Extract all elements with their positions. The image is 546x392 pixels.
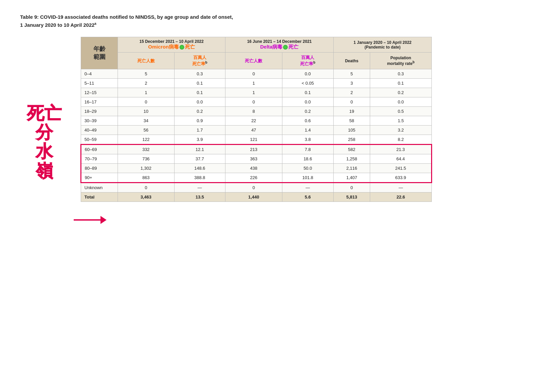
annotation-label: 死亡分水嶺	[27, 104, 62, 180]
table-cell: 3	[334, 79, 370, 88]
table-cell: 90+	[81, 173, 118, 183]
table-cell: 22	[225, 116, 282, 126]
table-cell: 0	[225, 183, 282, 192]
table-cell: 388.8	[174, 173, 225, 183]
omicron-label: Omicron病毒死亡	[121, 44, 222, 50]
table-cell: 12.1	[174, 145, 225, 154]
table-cell: 0.0	[370, 97, 431, 107]
table-cell: 863	[118, 173, 175, 183]
table-cell: 0	[225, 69, 282, 79]
table-cell: 10	[118, 107, 175, 116]
table-cell: Unknown	[81, 183, 118, 192]
table-cell: 3.8	[282, 135, 333, 145]
table-cell: 8.2	[370, 135, 431, 145]
omicron-rate-subheader: 百萬人死亡率b	[174, 53, 225, 69]
table-cell: 70–79	[81, 154, 118, 164]
table-cell: 0.3	[174, 69, 225, 79]
table-cell: 1,407	[334, 173, 370, 183]
table-cell: 213	[225, 145, 282, 154]
table-cell: 3,463	[118, 192, 175, 202]
table-cell: —	[370, 183, 431, 192]
table-cell: 1	[225, 79, 282, 88]
table-cell: Total	[81, 192, 118, 202]
table-cell: 241.5	[370, 164, 431, 173]
delta-deaths-subheader: 死亡人數	[225, 53, 282, 69]
table-cell: 21.3	[370, 145, 431, 154]
table-cell: 736	[118, 154, 175, 164]
table-cell: 2	[334, 88, 370, 97]
table-cell: 582	[334, 145, 370, 154]
table-cell: 3.9	[174, 135, 225, 145]
table-cell: 332	[118, 145, 175, 154]
table-cell: 1.5	[370, 116, 431, 126]
table-cell: 13.5	[174, 192, 225, 202]
table-cell: 0	[334, 183, 370, 192]
table-cell: 0.1	[174, 88, 225, 97]
table-cell: 0	[118, 183, 175, 192]
table-cell: 22.6	[370, 192, 431, 202]
table-cell: 47	[225, 126, 282, 135]
table-cell: 1.7	[174, 126, 225, 135]
table-cell: 5.6	[282, 192, 333, 202]
table-cell: 122	[118, 135, 175, 145]
table-cell: 60–69	[81, 145, 118, 154]
table-cell: 50.0	[282, 164, 333, 173]
omicron-period-header: 15 December 2021 – 10 April 2022 Omicron…	[118, 37, 225, 53]
table-cell: 16–17	[81, 97, 118, 107]
table-cell: 0.0	[282, 97, 333, 107]
table-cell: 1	[225, 88, 282, 97]
table-cell: —	[282, 183, 333, 192]
table-cell: 0–4	[81, 69, 118, 79]
table-cell: 363	[225, 154, 282, 164]
delta-rate-subheader: 百萬人死亡率b	[282, 53, 333, 69]
table-cell: 1,440	[225, 192, 282, 202]
table-cell: 18.6	[282, 154, 333, 164]
table-cell: 258	[334, 135, 370, 145]
table-cell: 12–15	[81, 88, 118, 97]
table-cell: 30–39	[81, 116, 118, 126]
age-group-header: 年齡範圍	[81, 37, 118, 69]
table-cell: < 0.05	[282, 79, 333, 88]
table-cell: 7.8	[282, 145, 333, 154]
table-cell: 0	[334, 97, 370, 107]
table-cell: 148.6	[174, 164, 225, 173]
table-cell: 3.2	[370, 126, 431, 135]
table-cell: 64.4	[370, 154, 431, 164]
table-cell: 40–49	[81, 126, 118, 135]
table-cell: 101.8	[282, 173, 333, 183]
table-wrapper: 死亡分水嶺 年齡範圍 15 December 2021 – 10 April 2…	[80, 37, 526, 202]
table-cell: 105	[334, 126, 370, 135]
table-cell: 438	[225, 164, 282, 173]
table-cell: 1,302	[118, 164, 175, 173]
table-cell: 0.2	[174, 107, 225, 116]
pandemic-deaths-subheader: Deaths	[334, 53, 370, 69]
table-cell: 5	[118, 69, 175, 79]
table-cell: 0.2	[370, 88, 431, 97]
omicron-deaths-subheader: 死亡人數	[118, 53, 175, 69]
table-cell: 0.1	[282, 88, 333, 97]
delta-period-header: 16 June 2021 – 14 December 2021 Delta病毒死…	[225, 37, 334, 53]
table-cell: 34	[118, 116, 175, 126]
table-cell: 0.2	[282, 107, 333, 116]
table-cell: 633.9	[370, 173, 431, 183]
table-cell: 2,116	[334, 164, 370, 173]
delta-label: Delta病毒死亡	[229, 44, 330, 50]
page-title: Table 9: COVID-19 associated deaths noti…	[20, 13, 322, 29]
table-cell: 0.1	[174, 79, 225, 88]
table-cell: 0.5	[370, 107, 431, 116]
table-cell: 0.3	[370, 69, 431, 79]
table-cell: 80–89	[81, 164, 118, 173]
table-cell: 1	[118, 88, 175, 97]
table-cell: 5	[334, 69, 370, 79]
table-cell: 0.0	[282, 69, 333, 79]
table-cell: 0.6	[282, 116, 333, 126]
table-cell: 1.4	[282, 126, 333, 135]
table-cell: 0.9	[174, 116, 225, 126]
table-cell: 37.7	[174, 154, 225, 164]
table-cell: 0.1	[370, 79, 431, 88]
pandemic-period-header: 1 January 2020 – 10 April 2022 (Pandemic…	[334, 37, 432, 53]
pandemic-rate-subheader: Populationmortality rateb	[370, 53, 431, 69]
table-cell: 2	[118, 79, 175, 88]
annotation-arrow	[74, 216, 107, 224]
data-table: 年齡範圍 15 December 2021 – 10 April 2022 Om…	[80, 37, 432, 202]
